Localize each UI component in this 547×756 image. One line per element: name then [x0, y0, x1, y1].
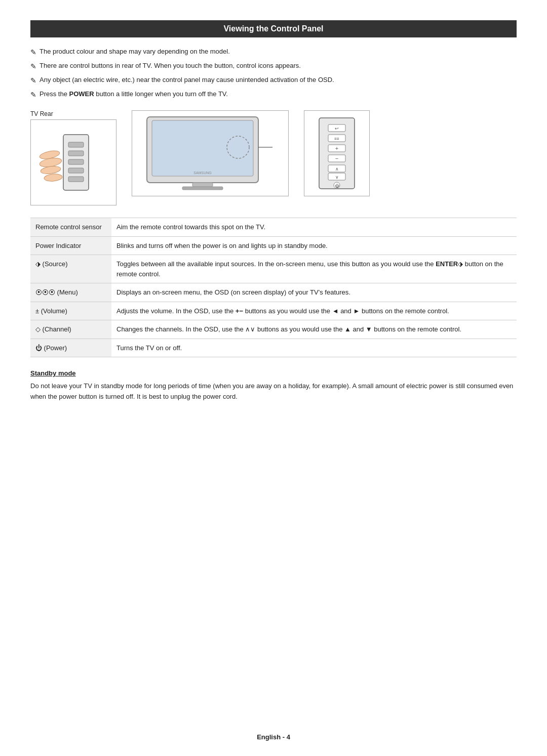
table-row-volume: ± (Volume) Adjusts the volume. In the OS… — [30, 302, 517, 320]
svg-rect-13 — [192, 183, 213, 187]
table-label-source: ⬗ (Source) — [30, 255, 111, 283]
tv-front-diagram: SAMSUNG — [132, 110, 289, 196]
table-label-channel: ◇ (Channel) — [30, 320, 111, 339]
table-desc-remote-sensor: Aim the remote control towards this spot… — [111, 218, 517, 237]
svg-text:−: − — [335, 155, 338, 161]
tv-front-svg: SAMSUNG — [137, 114, 284, 193]
tv-rear-diagram: TV Rear — [30, 110, 116, 205]
svg-rect-1 — [68, 142, 84, 147]
svg-point-9 — [44, 173, 62, 182]
page-footer: English - 4 — [0, 733, 547, 741]
diagrams-row: TV Rear — [30, 110, 517, 205]
svg-rect-14 — [182, 187, 223, 190]
note-icon-3: ✎ — [30, 75, 36, 86]
note-item-1: ✎ The product colour and shape may vary … — [30, 47, 517, 58]
table-desc-power-indicator: Blinks and turns off when the power is o… — [111, 236, 517, 255]
standby-section: Standby mode Do not leave your TV in sta… — [30, 369, 517, 402]
svg-text:↩: ↩ — [335, 126, 339, 131]
table-desc-menu: Displays an on-screen menu, the OSD (on … — [111, 283, 517, 302]
table-row-menu: ⦿⦿⦿ (Menu) Displays an on-screen menu, t… — [30, 283, 517, 302]
note-icon-1: ✎ — [30, 47, 36, 58]
standby-title: Standby mode — [30, 369, 517, 377]
table-desc-source: Toggles between all the available input … — [111, 255, 517, 283]
table-label-menu: ⦿⦿⦿ (Menu) — [30, 283, 111, 302]
note-text-1: The product colour and shape may vary de… — [40, 47, 230, 57]
table-label-volume: ± (Volume) — [30, 302, 111, 320]
table-desc-volume: Adjusts the volume. In the OSD, use the … — [111, 302, 517, 320]
svg-text:∨: ∨ — [335, 175, 339, 180]
note-text-3: Any object (an electric wire, etc.) near… — [40, 75, 334, 85]
table-row-source: ⬗ (Source) Toggles between all the avail… — [30, 255, 517, 283]
footer-text: English - 4 — [257, 733, 290, 741]
svg-text:∧: ∧ — [335, 166, 339, 172]
table-desc-power: Turns the TV on or off. — [111, 339, 517, 357]
notes-list: ✎ The product colour and shape may vary … — [30, 47, 517, 100]
svg-text:+: + — [335, 145, 338, 151]
control-table: Remote control sensor Aim the remote con… — [30, 218, 517, 357]
control-panel-diagram: ↩ ≡≡ + − ∧ ∨ ⏻ — [304, 110, 370, 196]
table-label-power-indicator: Power Indicator — [30, 236, 111, 255]
table-label-power: ⏻ (Power) — [30, 339, 111, 357]
svg-rect-2 — [68, 151, 84, 156]
table-row-power: ⏻ (Power) Turns the TV on or off. — [30, 339, 517, 357]
table-row-power-indicator: Power Indicator Blinks and turns off whe… — [30, 236, 517, 255]
svg-text:≡≡: ≡≡ — [334, 137, 339, 141]
note-item-2: ✎ There are control buttons in rear of T… — [30, 61, 517, 72]
note-item-4: ✎ Press the POWER button a little longer… — [30, 89, 517, 100]
svg-rect-4 — [68, 168, 84, 173]
note-icon-2: ✎ — [30, 61, 36, 72]
svg-text:SAMSUNG: SAMSUNG — [193, 171, 211, 175]
svg-rect-5 — [68, 177, 84, 182]
note-item-3: ✎ Any object (an electric wire, etc.) ne… — [30, 75, 517, 86]
svg-rect-11 — [152, 120, 253, 176]
tv-rear-label: TV Rear — [30, 110, 53, 117]
hand-tv-box — [30, 119, 116, 205]
control-panel-svg: ↩ ≡≡ + − ∧ ∨ ⏻ — [309, 115, 365, 191]
page-title: Viewing the Control Panel — [30, 20, 517, 37]
table-label-remote-sensor: Remote control sensor — [30, 218, 111, 237]
table-row-remote-sensor: Remote control sensor Aim the remote con… — [30, 218, 517, 237]
hand-diagram-svg — [35, 124, 111, 200]
svg-text:⏻: ⏻ — [335, 184, 339, 188]
table-row-channel: ◇ (Channel) Changes the channels. In the… — [30, 320, 517, 339]
standby-body: Do not leave your TV in standby mode for… — [30, 381, 517, 402]
note-icon-4: ✎ — [30, 90, 36, 100]
table-desc-channel: Changes the channels. In the OSD, use th… — [111, 320, 517, 339]
svg-rect-3 — [68, 159, 84, 164]
note-text-2: There are control buttons in rear of TV.… — [40, 61, 301, 71]
note-text-4: Press the POWER button a little longer w… — [40, 89, 228, 99]
